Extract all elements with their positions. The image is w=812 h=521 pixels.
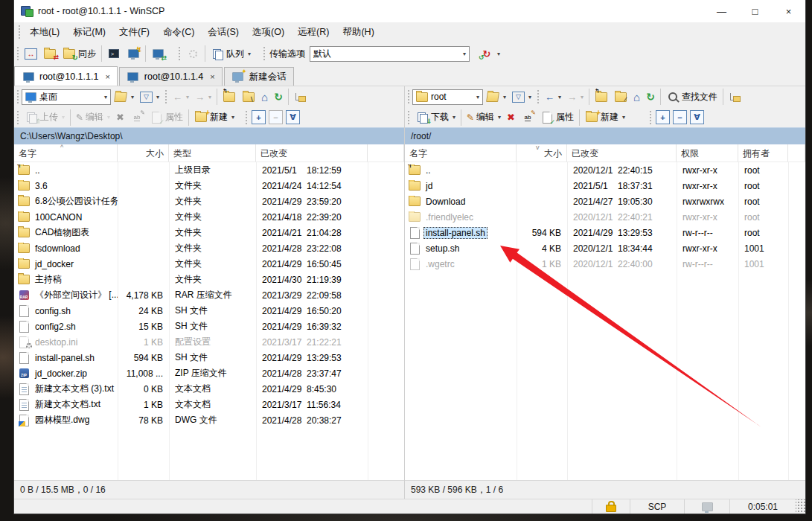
file-row[interactable]: .friendlyelec2020/12/122:40:21rwxr-xr-xr… bbox=[405, 209, 805, 225]
local-properties-button[interactable]: ✓属性 bbox=[147, 109, 186, 127]
menu-item[interactable]: 帮助(H) bbox=[336, 24, 380, 40]
menu-item[interactable]: 命令(C) bbox=[156, 24, 201, 40]
remote-tree-button[interactable] bbox=[726, 88, 744, 106]
tab-close-icon[interactable]: × bbox=[105, 72, 109, 81]
remote-edit-button[interactable]: ✎编辑 bbox=[464, 109, 504, 127]
file-row[interactable]: install-panel.sh594 KB2021/4/2913:29:53r… bbox=[405, 225, 805, 240]
file-row[interactable]: 新建文本文档.txt1 KB文本文档2021/3/1711:56:34 bbox=[14, 397, 404, 412]
file-row[interactable]: config.sh24 KBSH 文件2021/4/2916:50:20 bbox=[14, 303, 404, 319]
remote-unselect-button[interactable]: − bbox=[673, 110, 687, 124]
close-button[interactable]: × bbox=[772, 0, 805, 22]
local-open-directory-button[interactable] bbox=[111, 88, 137, 106]
menu-item[interactable]: 会话(S) bbox=[201, 24, 246, 40]
menu-item[interactable]: 文件(F) bbox=[112, 24, 156, 40]
local-root-directory-button[interactable]: ∖ bbox=[239, 88, 258, 106]
protocol-status[interactable]: SCP bbox=[630, 499, 684, 514]
remote-delete-button[interactable]: ✖ bbox=[504, 109, 518, 127]
file-row[interactable]: ZIPjd_docker.zip11,008 ...ZIP 压缩文件2021/4… bbox=[14, 365, 404, 381]
column-header[interactable]: 已改变 bbox=[567, 144, 677, 162]
menu-item[interactable]: 本地(L) bbox=[23, 24, 66, 40]
column-header[interactable]: 名字 bbox=[405, 144, 517, 162]
file-row[interactable]: fsdownload文件夹2021/4/2823:22:08 bbox=[14, 240, 404, 256]
open-console-button[interactable]: ↯ bbox=[124, 45, 143, 63]
download-button[interactable]: ⇓下载 bbox=[412, 109, 458, 127]
local-rename-button[interactable]: ab✎ bbox=[127, 109, 147, 127]
column-header[interactable]: 已改变 bbox=[256, 144, 368, 162]
menu-item[interactable]: 远程(R) bbox=[291, 24, 336, 40]
remote-open-directory-button[interactable] bbox=[483, 88, 509, 106]
file-row[interactable]: .wgetrc1 KB2020/12/122:40:00rw-r--r--100… bbox=[405, 256, 805, 272]
file-row[interactable]: 园林模型.dwg78 KBDWG 文件2021/4/2820:38:27 bbox=[14, 412, 404, 428]
refresh-session-button[interactable]: ⇄ bbox=[148, 45, 167, 63]
file-row[interactable]: 6.8公顷公园设计任务...文件夹2021/4/2923:59:20 bbox=[14, 194, 404, 209]
file-row[interactable]: jd_docker文件夹2021/4/2916:50:45 bbox=[14, 256, 404, 272]
remote-forward-button[interactable]: → bbox=[564, 88, 586, 106]
remote-filter-button[interactable]: ▽ bbox=[509, 88, 534, 106]
maximize-button[interactable]: □ bbox=[738, 0, 772, 22]
local-edit-button[interactable]: ✎编辑 bbox=[73, 109, 113, 127]
encryption-status[interactable] bbox=[592, 499, 630, 514]
file-row[interactable]: CAD植物图表文件夹2021/4/2121:04:28 bbox=[14, 225, 404, 240]
upload-button[interactable]: ⇑上传 bbox=[22, 109, 68, 127]
transfer-settings-button[interactable]: ↻↺ bbox=[477, 45, 503, 63]
session-tab[interactable]: ✦新建会话 bbox=[224, 67, 294, 86]
synchronize-button[interactable]: ↻同步 bbox=[60, 45, 99, 63]
minimize-button[interactable]: — bbox=[705, 0, 738, 22]
local-select-button[interactable]: + bbox=[252, 110, 266, 124]
local-home-directory-button[interactable]: ⌂ bbox=[258, 88, 271, 106]
local-select-all-button[interactable]: ∀ bbox=[286, 110, 300, 124]
remote-rename-button[interactable]: ab✎ bbox=[518, 109, 537, 127]
transfer-preset-combobox[interactable]: 默认 ▾ bbox=[310, 46, 470, 62]
file-row[interactable]: setup.sh4 KB2020/12/118:34:44rwxr-xr-x10… bbox=[405, 240, 805, 256]
file-row[interactable]: 3.6文件夹2021/4/2414:12:54 bbox=[14, 178, 404, 194]
remote-directory-combobox[interactable]: root ▾ bbox=[412, 89, 483, 105]
file-row[interactable]: 新建文本文档 (3).txt0 KB文本文档2021/4/298:45:30 bbox=[14, 381, 404, 397]
file-row[interactable]: RAR《外部空间设计》 [...4,178 KBRAR 压缩文件2021/3/2… bbox=[14, 287, 404, 303]
menu-item[interactable]: 选项(O) bbox=[246, 24, 291, 40]
local-delete-button[interactable]: ✖ bbox=[113, 109, 127, 127]
queue-button[interactable]: 队列 bbox=[208, 45, 254, 63]
local-forward-button[interactable]: → bbox=[192, 88, 214, 106]
remote-home-directory-button[interactable]: ⌂ bbox=[630, 88, 643, 106]
file-row[interactable]: 100CANON文件夹2021/4/1822:39:20 bbox=[14, 209, 404, 225]
remote-path-bar[interactable]: /root/ bbox=[405, 127, 805, 144]
menu-item[interactable]: 标记(M) bbox=[66, 24, 112, 40]
local-back-button[interactable]: ← bbox=[170, 88, 192, 106]
file-row[interactable]: Download2021/4/2719:05:30rwxrwxrwxroot bbox=[405, 194, 805, 209]
compare-directories-button[interactable]: ↔ bbox=[22, 45, 40, 63]
local-path-bar[interactable]: C:\Users\Wangz\Desktop\ bbox=[14, 127, 404, 144]
remote-parent-directory-button[interactable]: ↰ bbox=[592, 88, 611, 106]
local-parent-directory-button[interactable]: ↰ bbox=[220, 88, 239, 106]
local-tree-button[interactable] bbox=[291, 88, 309, 106]
local-drive-combobox[interactable]: 桌面 ▾ bbox=[22, 89, 111, 105]
remote-select-all-button[interactable]: ∀ bbox=[690, 110, 704, 124]
column-header[interactable]: 权限 bbox=[677, 144, 738, 162]
file-row[interactable]: ↰..上级目录2021/5/118:12:59 bbox=[14, 162, 404, 178]
tab-close-icon[interactable]: × bbox=[210, 72, 214, 81]
column-header[interactable]: 类型 bbox=[169, 144, 256, 162]
file-row[interactable]: install-panel.sh594 KBSH 文件2021/4/2913:2… bbox=[14, 350, 404, 365]
column-header[interactable]: 名字^ bbox=[14, 144, 118, 162]
session-tab[interactable]: root@10.1.1.4× bbox=[119, 67, 223, 86]
remote-new-button[interactable]: +新建 bbox=[582, 109, 628, 127]
resize-grip[interactable] bbox=[796, 499, 805, 514]
find-files-button[interactable]: 查找文件 bbox=[663, 88, 720, 106]
local-refresh-button[interactable]: ↻ bbox=[271, 88, 286, 106]
local-new-button[interactable]: +新建 bbox=[191, 109, 237, 127]
remote-properties-button[interactable]: ✓属性 bbox=[537, 109, 577, 127]
file-row[interactable]: jd2021/5/118:37:31rwxr-xr-xroot bbox=[405, 178, 805, 194]
remote-select-button[interactable]: + bbox=[656, 110, 670, 124]
local-filter-button[interactable]: ▽ bbox=[137, 88, 162, 106]
preferences-button[interactable] bbox=[183, 45, 202, 63]
file-row[interactable]: 主持稿文件夹2021/4/3021:19:39 bbox=[14, 272, 404, 287]
remote-back-button[interactable]: ← bbox=[542, 88, 564, 106]
column-header[interactable]: 拥有者 bbox=[738, 144, 788, 162]
local-unselect-button[interactable]: − bbox=[269, 110, 283, 124]
remote-refresh-button[interactable]: ↻ bbox=[643, 88, 658, 106]
session-tab[interactable]: root@10.1.1.1× bbox=[14, 66, 118, 86]
synchronize-browsing-button[interactable]: ⇄ bbox=[40, 45, 60, 63]
file-row[interactable]: desktop.ini1 KB配置设置2021/3/1721:22:21 bbox=[14, 334, 404, 350]
open-terminal-button[interactable]: > bbox=[104, 45, 124, 63]
remote-root-directory-button[interactable]: ∕ bbox=[611, 88, 630, 106]
file-row[interactable]: config2.sh15 KBSH 文件2021/4/2916:39:32 bbox=[14, 319, 404, 334]
